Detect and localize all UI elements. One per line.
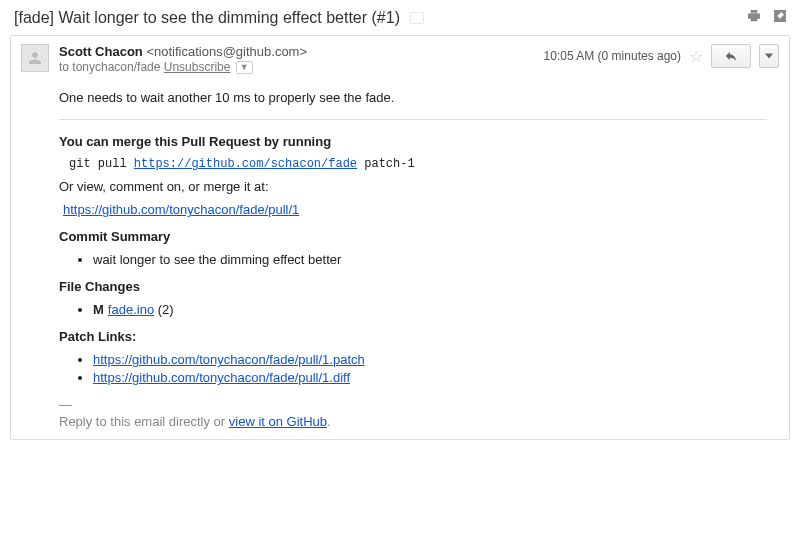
sender-email: <notifications@github.com> — [146, 44, 307, 59]
intro-text: One needs to wait another 10 ms to prope… — [59, 90, 767, 105]
or-view-line: Or view, comment on, or merge it at: — [59, 179, 767, 194]
to-line: to tonychacon/fade Unsubscribe ▼ — [59, 60, 544, 74]
diff-url[interactable]: https://github.com/tonychacon/fade/pull/… — [93, 370, 350, 385]
new-window-icon[interactable] — [772, 8, 788, 27]
footer-line: Reply to this email directly or view it … — [59, 414, 767, 429]
patch-links-heading: Patch Links: — [59, 329, 767, 344]
patch-url[interactable]: https://github.com/tonychacon/fade/pull/… — [93, 352, 365, 367]
git-pull-command: git pull https://github.com/schacon/fade… — [69, 157, 767, 171]
email-message: Scott Chacon <notifications@github.com> … — [10, 35, 790, 440]
git-pull-url[interactable]: https://github.com/schacon/fade — [134, 157, 357, 171]
merge-heading: You can merge this Pull Request by runni… — [59, 134, 767, 149]
commit-summary-item: wait longer to see the dimming effect be… — [93, 252, 767, 267]
commit-summary-heading: Commit Summary — [59, 229, 767, 244]
file-change-item: Mfade.ino (2) — [93, 302, 767, 317]
from-line: Scott Chacon <notifications@github.com> — [59, 44, 544, 59]
divider — [59, 119, 767, 120]
avatar — [21, 44, 49, 72]
file-link[interactable]: fade.ino — [108, 302, 154, 317]
view-on-github-link[interactable]: view it on GitHub — [229, 414, 327, 429]
print-icon[interactable] — [746, 8, 762, 27]
more-actions-button[interactable] — [759, 44, 779, 68]
reply-button[interactable] — [711, 44, 751, 68]
footer-dash: — — [59, 397, 767, 412]
pull-request-url[interactable]: https://github.com/tonychacon/fade/pull/… — [63, 202, 299, 217]
star-icon[interactable]: ☆ — [689, 47, 703, 66]
file-changes-heading: File Changes — [59, 279, 767, 294]
patch-link-item: https://github.com/tonychacon/fade/pull/… — [93, 370, 767, 385]
label-icon[interactable] — [410, 12, 424, 24]
email-subject: [fade] Wait longer to see the dimming ef… — [14, 9, 746, 27]
unsubscribe-link[interactable]: Unsubscribe — [164, 60, 231, 74]
patch-link-item: https://github.com/tonychacon/fade/pull/… — [93, 352, 767, 367]
sender-name: Scott Chacon — [59, 44, 143, 59]
details-toggle-icon[interactable]: ▼ — [236, 61, 253, 74]
timestamp: 10:05 AM (0 minutes ago) — [544, 49, 681, 63]
email-body: One needs to wait another 10 ms to prope… — [11, 76, 789, 439]
